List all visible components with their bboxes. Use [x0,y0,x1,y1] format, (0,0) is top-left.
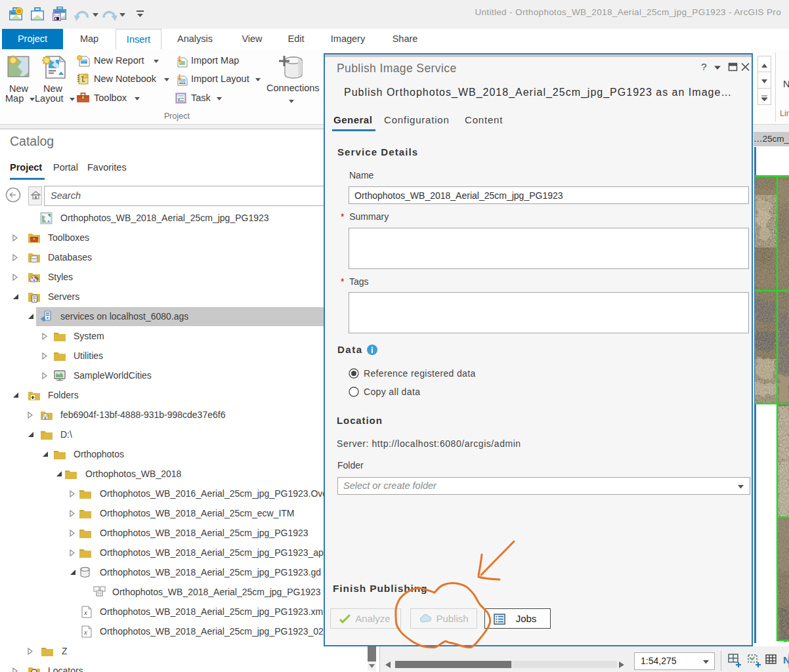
svg-text:N: N [783,654,789,665]
svg-text:?: ? [701,61,707,72]
